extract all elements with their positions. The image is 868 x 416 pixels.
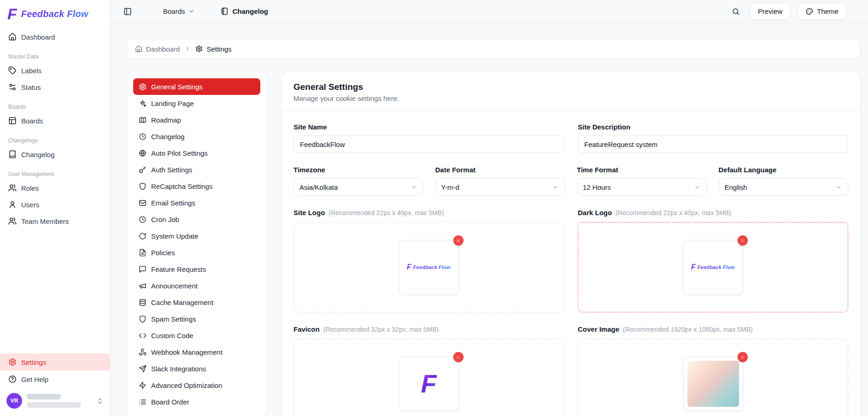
settings-nav-item-auth-settings[interactable]: Auth Settings: [133, 161, 260, 178]
code-icon: [139, 332, 147, 340]
page-title: General Settings: [293, 82, 848, 92]
remove-cover-image-button[interactable]: [738, 352, 748, 362]
settings-nav-item-feature-requests[interactable]: Feature Requests: [133, 261, 260, 277]
app: F Feedback Flow Dashboard Master Data La…: [0, 0, 868, 416]
site-name-input[interactable]: [293, 135, 564, 153]
settings-nav-item-advanced-optimization[interactable]: Advanced Optimization: [133, 377, 260, 393]
site-description-input[interactable]: [578, 135, 848, 153]
settings-nav-item-auto-pilot-settings[interactable]: Auto Pilot Settings: [133, 145, 260, 161]
sidebar-item-roles[interactable]: Roles: [4, 180, 106, 196]
timezone-select[interactable]: Asia/Kolkata: [293, 178, 423, 196]
date-format-select[interactable]: Y-m-d: [435, 178, 565, 196]
dark-logo-preview: F Feedback Flow: [683, 240, 743, 294]
time-format-select[interactable]: 12 Hours: [577, 178, 707, 196]
breadcrumb-dashboard[interactable]: Dashboard: [135, 45, 180, 53]
dark-logo-dropzone[interactable]: F Feedback Flow: [578, 222, 848, 312]
favicon-label: Favicon: [293, 325, 320, 333]
sidebar-item-status[interactable]: Status: [4, 79, 106, 95]
default-language-field: Default Language English: [719, 166, 849, 196]
shield-icon: [139, 182, 147, 190]
theme-button[interactable]: Theme: [798, 3, 847, 20]
site-logo-field: Site Logo (Recommended 22px x 40px, max …: [293, 209, 564, 312]
remove-site-logo-button[interactable]: [453, 235, 463, 246]
home-icon: [8, 33, 17, 41]
site-description-field: Site Description: [578, 123, 848, 153]
kanban-icon: [8, 117, 17, 125]
general-settings-panel: General Settings Manage your cookie sett…: [281, 71, 861, 416]
settings-nav-item-cron-job[interactable]: Cron Job: [133, 211, 260, 228]
settings-nav-item-email-settings[interactable]: Email Settings: [133, 194, 260, 211]
search-button[interactable]: [729, 5, 743, 18]
default-language-label: Default Language: [719, 166, 849, 174]
settings-nav-item-landing-page[interactable]: Landing Page: [133, 95, 260, 111]
chevrons-up-down-icon: [97, 398, 104, 404]
boards-dropdown[interactable]: Boards: [163, 7, 195, 15]
settings-nav-item-cache-management[interactable]: Cache Management: [133, 294, 260, 311]
main-area: Boards Changelog Preview Theme: [111, 0, 868, 416]
user-menu[interactable]: VR: [0, 387, 110, 416]
tag-icon: [8, 66, 17, 75]
sidebar-item-changelog[interactable]: Changelog: [4, 146, 106, 163]
settings-nav-item-roadmap[interactable]: Roadmap: [133, 111, 260, 128]
sidebar-item-boards[interactable]: Boards: [4, 112, 106, 129]
remove-favicon-button[interactable]: [453, 352, 463, 362]
favicon-dropzone[interactable]: F: [293, 339, 564, 416]
cover-image-preview: [683, 357, 743, 411]
sidebar-item-get-help[interactable]: Get Help: [4, 371, 106, 387]
settings-nav-item-policies[interactable]: Policies: [133, 244, 260, 261]
brand-logo[interactable]: F Feedback Flow: [0, 0, 110, 26]
sidebar-item-dashboard[interactable]: Dashboard: [4, 29, 106, 45]
topbar-actions: Preview Theme: [729, 3, 847, 20]
book-icon: [8, 150, 17, 158]
gear-icon: [8, 358, 17, 366]
dark-logo-field: Dark Logo (Recommended 22px x 40px, max …: [578, 209, 848, 312]
x-icon: [740, 355, 745, 360]
settings-nav-item-webhook-management[interactable]: Webhook Management: [133, 344, 260, 360]
sidebar-section-title-changelogs: Changelogs: [8, 137, 102, 144]
users-icon: [8, 184, 17, 192]
preview-button[interactable]: Preview: [750, 3, 791, 20]
settings-nav-item-spam-settings[interactable]: Spam Settings: [133, 311, 260, 327]
site-logo-dropzone[interactable]: F Feedback Flow: [293, 222, 564, 312]
cover-image-dropzone[interactable]: [578, 339, 848, 416]
default-language-select[interactable]: English: [719, 178, 849, 196]
site-logo-preview: F Feedback Flow: [399, 240, 459, 294]
zap-icon: [139, 381, 147, 389]
sidebar-item-users[interactable]: Users: [4, 196, 106, 213]
current-page-changelog[interactable]: Changelog: [221, 7, 269, 15]
timezone-field: Timezone Asia/Kolkata: [293, 166, 423, 196]
settings-nav-item-slack-integrations[interactable]: Slack Integrations: [133, 360, 260, 377]
site-logo-label: Site Logo: [293, 209, 325, 217]
cover-image-label: Cover Image: [578, 325, 619, 333]
cover-image-field: Cover Image (Recommended 1920px x 1080px…: [578, 325, 848, 416]
chevron-down-icon: [835, 184, 842, 191]
list-icon: [139, 398, 147, 406]
sidebar-item-settings[interactable]: Settings: [0, 353, 110, 371]
settings-nav-item-recaptcha-settings[interactable]: ReCaptcha Settings: [133, 178, 260, 194]
message-icon: [139, 265, 147, 273]
sidebar-bottom: Settings Get Help: [0, 353, 110, 387]
key-icon: [139, 166, 147, 174]
settings-nav-item-system-update[interactable]: System Update: [133, 228, 260, 244]
x-icon: [456, 238, 461, 243]
webhook-icon: [139, 348, 147, 356]
settings-nav-item-changelog[interactable]: Changelog: [133, 128, 260, 145]
settings-nav-item-custom-code[interactable]: Custom Code: [133, 327, 260, 344]
help-icon: [8, 375, 17, 383]
breadcrumb: Dashboard Settings: [126, 39, 861, 59]
settings-nav-item-general-settings[interactable]: General Settings: [133, 78, 260, 95]
sidebar-nav: Dashboard Master Data Labels Status Boar…: [0, 26, 110, 353]
sidebar-item-labels[interactable]: Labels: [4, 62, 106, 79]
current-page-label: Changelog: [233, 7, 269, 15]
sidebar: F Feedback Flow Dashboard Master Data La…: [0, 0, 111, 416]
site-logo-hint: (Recommended 22px x 40px, max 5MB): [328, 209, 444, 217]
home-icon: [135, 45, 142, 53]
sidebar-toggle-button[interactable]: [121, 5, 135, 18]
settings-nav-item-announcement[interactable]: Announcement: [133, 277, 260, 294]
skeleton-line: [27, 402, 81, 408]
settings-nav-item-board-order[interactable]: Board Order: [133, 393, 260, 410]
date-format-label: Date Format: [435, 166, 565, 174]
sidebar-item-team-members[interactable]: Team Members: [4, 213, 106, 229]
gear-icon: [139, 83, 147, 91]
remove-dark-logo-button[interactable]: [738, 235, 748, 246]
